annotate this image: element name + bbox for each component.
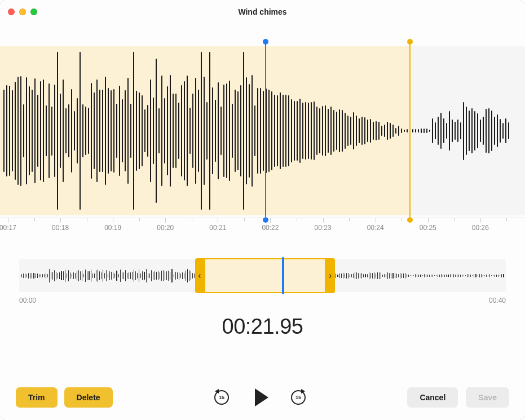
minimize-window-button[interactable]	[19, 8, 26, 15]
overview-start-time: 00:00	[19, 297, 36, 304]
ruler-label: 00:25	[420, 224, 436, 232]
play-button[interactable]	[250, 388, 270, 407]
trim-handle-right[interactable]: ›	[326, 258, 335, 293]
ruler-label: 00:19	[104, 224, 121, 232]
ruler-label: 00:21	[209, 224, 226, 232]
app-window: Wind chimes 00:1700:1800:1900:2000:2100:…	[0, 0, 525, 420]
overview-selection	[204, 258, 326, 293]
maximize-window-button[interactable]	[30, 8, 37, 15]
ruler-label: 00:26	[472, 224, 489, 232]
save-button: Save	[466, 387, 509, 408]
trim-handle-left[interactable]: ‹	[195, 258, 204, 293]
play-icon	[255, 388, 268, 406]
skip-back-value: 15	[219, 395, 224, 400]
trim-button[interactable]: Trim	[16, 387, 58, 408]
ruler-label: 00:23	[315, 224, 332, 232]
cancel-button[interactable]: Cancel	[407, 387, 458, 408]
skip-forward-15-button[interactable]: 15	[289, 388, 308, 407]
overview-playhead[interactable]	[282, 257, 284, 294]
ruler-label: 00:17	[0, 224, 16, 232]
time-ruler: 00:1700:1800:1900:2000:2100:2200:2300:24…	[0, 218, 525, 238]
trim-end-marker[interactable]	[409, 42, 411, 220]
delete-button[interactable]: Delete	[64, 387, 113, 408]
waveform-editor[interactable]	[0, 46, 525, 215]
overview-end-time: 00:40	[489, 297, 506, 304]
skip-back-icon: 15	[214, 390, 229, 405]
playback-controls: 15 15	[120, 388, 401, 407]
skip-forward-icon: 15	[291, 390, 306, 405]
toolbar: Trim Delete 15 15	[0, 387, 525, 420]
titlebar: Wind chimes	[0, 0, 525, 24]
current-time-display: 00:21.95	[0, 315, 525, 339]
skip-back-15-button[interactable]: 15	[212, 388, 231, 407]
content-area: 00:1700:1800:1900:2000:2100:2200:2300:24…	[0, 24, 525, 420]
playhead[interactable]	[265, 42, 266, 220]
ruler-label: 00:22	[262, 224, 279, 232]
waveform-bars	[0, 46, 525, 215]
waveform-overview[interactable]: ‹ › 00:00 00:40	[19, 259, 506, 304]
ruler-label: 00:18	[52, 224, 69, 232]
ruler-label: 00:20	[157, 224, 174, 232]
window-controls	[8, 8, 37, 15]
close-window-button[interactable]	[8, 8, 15, 15]
skip-forward-value: 15	[295, 395, 301, 400]
ruler-label: 00:24	[367, 224, 384, 232]
window-title: Wind chimes	[238, 7, 286, 16]
